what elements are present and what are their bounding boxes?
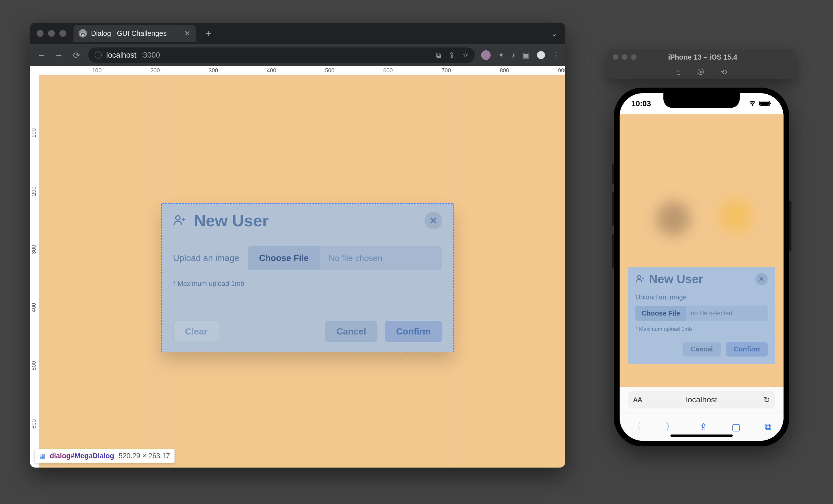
mobile-choose-file-button[interactable]: Choose File [636,306,686,321]
safari-reload-icon[interactable]: ↻ [763,395,770,405]
forward-icon[interactable]: → [53,50,65,60]
ruler-tick: 900 [558,67,565,74]
choose-file-button[interactable]: Choose File [247,246,320,270]
mobile-dialog-title: New User [649,272,703,286]
mobile-dialog-footer: Cancel Confirm [636,342,768,356]
phone-side-button [612,192,614,226]
tab-close-icon[interactable]: ✕ [184,29,191,38]
mobile-upload-label: Upload an image [636,293,768,301]
simulator-toolbar: ⌂ ⦿ ⟲ [608,65,795,79]
upload-hint: * Maximum upload 1mb [173,280,442,287]
mobile-dialog-close-button[interactable]: ✕ [755,273,768,285]
svg-rect-5 [770,103,771,104]
traffic-light-minimize[interactable] [48,30,55,37]
clear-button[interactable]: Clear [173,321,219,342]
back-icon[interactable]: ← [35,50,47,60]
share-icon[interactable]: ⇪ [449,51,455,59]
add-user-icon [636,274,645,284]
ruler-tick: 200 [30,186,37,196]
ruler-tick: 500 [30,361,37,370]
safari-bookmarks-icon[interactable]: ▢ [732,421,741,432]
cancel-button[interactable]: Cancel [325,321,377,342]
blurred-element [656,202,690,235]
devtag-id: #MegaDialog [71,452,114,460]
upload-label: Upload an image [173,253,239,263]
ruler-corner [30,66,39,75]
traffic-lights [30,30,66,37]
mobile-upload-hint: * Maximum upload 1mb [636,326,768,332]
dialog-footer: Clear Cancel Confirm [162,312,453,352]
devtools-element-tag: ▦ dialog#MegaDialog 520.29 × 263.17 [34,449,175,463]
sim-home-icon[interactable]: ⌂ [676,68,681,77]
url-host: localhost [106,51,137,59]
mobile-confirm-button[interactable]: Confirm [726,342,768,356]
profile-avatar-icon[interactable] [537,51,545,59]
traffic-light-close[interactable] [37,30,44,37]
simulator-titlebar: iPhone 13 – iOS 15.4 ⌂ ⦿ ⟲ [608,49,795,79]
safari-url-text: localhost [686,395,717,404]
mobile-dialog-header: New User ✕ [636,272,768,286]
safari-share-icon[interactable]: ⇪ [699,421,707,432]
close-icon: ✕ [759,275,764,283]
mobile-file-input[interactable]: Choose File no file selected [636,306,768,321]
site-info-icon[interactable]: ⓘ [94,50,102,60]
traffic-light-zoom[interactable] [631,54,637,60]
safari-url-field[interactable]: AA localhost ↻ [628,391,775,408]
simulator-window: iPhone 13 – iOS 15.4 ⌂ ⦿ ⟲ 10:03 [608,49,795,446]
traffic-light-close[interactable] [613,54,618,60]
svg-point-6 [637,275,641,279]
bookmark-icon[interactable]: ☆ [462,51,469,59]
safari-forward-icon[interactable]: 〉 [665,420,675,433]
sim-screenshot-icon[interactable]: ⦿ [697,68,705,77]
browser-tab[interactable]: 🦝 Dialog | GUI Challenges ✕ [73,25,196,42]
ruler-tick: 100 [30,128,37,137]
extension-icon[interactable] [481,50,491,60]
tab-title: Dialog | GUI Challenges [91,29,167,37]
phone-side-button [612,164,614,184]
ruler-horizontal: 100 200 300 400 500 600 700 800 900 [39,66,565,75]
notch [663,93,740,108]
new-tab-button[interactable]: ＋ [204,27,213,40]
safari-back-icon[interactable]: 〈 [632,420,641,433]
ruler-tick: 400 [267,67,276,74]
sim-rotate-icon[interactable]: ⟲ [721,68,727,77]
file-input[interactable]: Choose File No file chosen [247,246,442,270]
extensions-puzzle-icon[interactable]: ✦ [498,51,504,59]
grid-icon: ▦ [39,452,45,460]
panel-icon[interactable]: ▣ [523,51,530,59]
close-icon: ✕ [429,215,437,226]
chrome-toolbar: ← → ⟳ ⓘ localhost:3000 ⧉ ⇪ ☆ ✦ ♪ ▣ ⋮ [30,44,565,66]
media-icon[interactable]: ♪ [511,51,515,59]
iphone-device: 10:03 New User ✕ [614,87,789,446]
safari-tabs-icon[interactable]: ⧉ [765,421,771,432]
kebab-menu-icon[interactable]: ⋮ [552,51,560,59]
dialog-header: New User ✕ [162,204,453,236]
ruler-tick: 600 [30,419,37,429]
reader-aa-icon[interactable]: AA [633,396,642,403]
dialog-title: New User [194,211,268,230]
dialog-close-button[interactable]: ✕ [425,212,442,229]
sim-traffic-lights [613,54,637,60]
mobile-file-status-text: no file selected [686,306,768,321]
traffic-light-zoom[interactable] [60,30,66,37]
address-bar[interactable]: ⓘ localhost:3000 ⧉ ⇪ ☆ [88,48,475,63]
traffic-light-minimize[interactable] [622,54,627,60]
mobile-cancel-button[interactable]: Cancel [683,342,721,356]
toolbar-extensions: ✦ ♪ ▣ ⋮ [481,50,560,60]
ruler-tick: 400 [30,303,37,312]
home-indicator[interactable] [670,434,733,437]
open-external-icon[interactable]: ⧉ [436,51,441,59]
simulator-title: iPhone 13 – iOS 15.4 [637,53,769,61]
ruler-tick: 300 [30,245,37,254]
ruler-tick: 500 [325,67,334,74]
phone-side-button [789,201,791,251]
upload-row: Upload an image Choose File No file chos… [173,246,442,270]
chrome-titlebar: 🦝 Dialog | GUI Challenges ✕ ＋ ⌄ [30,23,565,44]
mobile-mega-dialog: New User ✕ Upload an image Choose File n… [628,267,775,364]
devtag-element: dialog [50,452,71,460]
blurred-element [718,199,753,233]
confirm-button[interactable]: Confirm [385,321,442,342]
tabs-dropdown-icon[interactable]: ⌄ [551,29,557,38]
svg-point-0 [176,216,180,220]
reload-icon[interactable]: ⟳ [71,50,82,60]
